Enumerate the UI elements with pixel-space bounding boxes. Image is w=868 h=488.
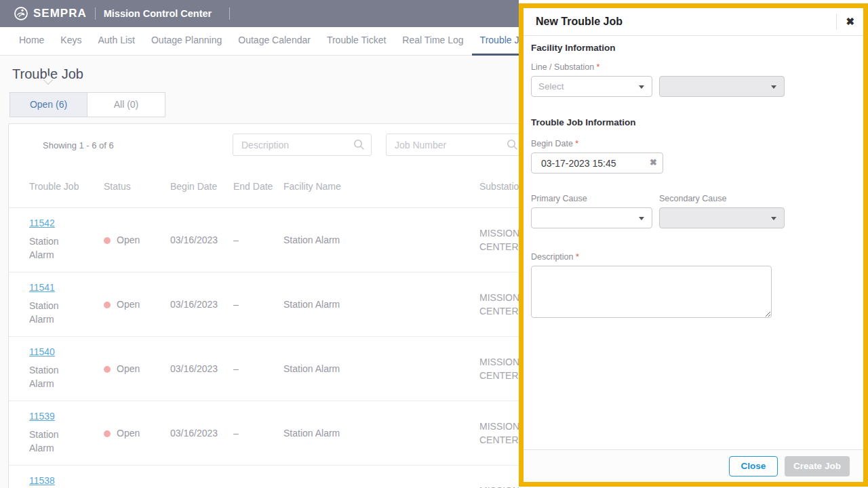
nav-item-auth-list[interactable]: Auth List [90, 27, 142, 56]
facility-section-title: Facility Information [531, 43, 855, 53]
status-label: Open [117, 428, 140, 439]
facility-name: Station Alarm [283, 428, 479, 439]
nav-item-real-time-log[interactable]: Real Time Log [394, 27, 471, 56]
sempra-logo-icon [14, 6, 28, 21]
nav-item-outage-calendar[interactable]: Outage Calendar [230, 27, 319, 56]
nav-item-keys[interactable]: Keys [52, 27, 90, 56]
status-label: Open [117, 363, 140, 374]
job-link[interactable]: 11542 [29, 218, 55, 228]
facility-name: Station Alarm [283, 363, 479, 374]
description-search [233, 134, 372, 156]
nav-item-home[interactable]: Home [11, 27, 52, 56]
job-link[interactable]: 11541 [29, 282, 55, 293]
begin-date: 03/16/2023 [170, 235, 233, 245]
nav-item-trouble-ticket[interactable]: Trouble Ticket [319, 27, 394, 56]
caret-down-icon [771, 217, 776, 220]
new-trouble-job-panel: New Trouble Job ✖ Facility Information L… [519, 3, 868, 487]
status-label: Open [117, 299, 140, 310]
description-search-input[interactable] [233, 134, 372, 156]
job-description: Station Alarm [29, 299, 70, 326]
search-icon [353, 139, 365, 150]
brand-name: SEMPRA [33, 7, 87, 20]
description-textarea[interactable] [531, 266, 772, 318]
end-date: – [233, 363, 283, 374]
facility-name: Station Alarm [283, 299, 479, 310]
begin-date: 03/16/2023 [170, 299, 233, 310]
begin-date-input[interactable] [531, 152, 663, 174]
status-label: Open [117, 235, 140, 245]
job-number-search-input[interactable] [386, 134, 525, 156]
secondary-cause-label: Secondary Cause [659, 194, 787, 203]
clear-date-icon[interactable]: ✖ [650, 157, 657, 167]
begin-date: 03/16/2023 [170, 363, 233, 374]
status-open-dot [104, 430, 111, 437]
close-button[interactable]: Close [729, 456, 778, 476]
panel-title: New Trouble Job [536, 16, 836, 28]
nav-item-outage-planning[interactable]: Outage Planning [143, 27, 230, 56]
select-placeholder: Select [538, 81, 564, 92]
job-description: Station Alarm [29, 363, 70, 390]
create-job-button[interactable]: Create Job [785, 456, 850, 476]
tab-open[interactable]: Open (6) [9, 92, 87, 117]
status-open-dot [104, 302, 111, 308]
end-date: – [233, 299, 283, 310]
close-icon[interactable]: ✖ [846, 16, 854, 28]
tab-all[interactable]: All (0) [87, 92, 165, 117]
caret-down-icon [771, 85, 776, 89]
job-number-search [386, 134, 525, 156]
description-label: Description [531, 252, 574, 262]
line-substation-select[interactable]: Select [531, 76, 652, 97]
job-link[interactable]: 11538 [29, 475, 55, 486]
end-date: – [233, 235, 283, 245]
panel-header-divider [836, 14, 837, 30]
begin-date: 03/16/2023 [170, 428, 233, 439]
required-marker: * [575, 139, 578, 148]
panel-body: Facility Information Line / Substation *… [524, 36, 863, 321]
search-icon [507, 139, 518, 150]
col-end-date: End Date [233, 180, 283, 193]
col-begin-date: Begin Date [170, 180, 233, 193]
job-link[interactable]: 11540 [29, 346, 55, 357]
required-marker: * [576, 252, 579, 262]
product-name: Mission Control Center [104, 8, 212, 19]
required-marker: * [597, 62, 600, 72]
panel-footer: Close Create Job [524, 449, 863, 482]
secondary-cause-select[interactable] [659, 207, 785, 228]
col-status: Status [104, 180, 170, 193]
header-divider [229, 7, 230, 20]
sempra-logo: SEMPRA [14, 6, 87, 21]
primary-cause-select[interactable] [531, 207, 652, 228]
caret-down-icon [639, 85, 644, 89]
job-link[interactable]: 11539 [29, 411, 55, 422]
job-section-title: Trouble Job Information [531, 117, 855, 127]
status-open-dot [104, 366, 111, 373]
panel-header: New Trouble Job ✖ [524, 8, 863, 36]
line-substation-secondary-select[interactable] [659, 76, 785, 97]
line-substation-label: Line / Substation [531, 62, 594, 72]
job-description: Station Alarm [29, 428, 70, 455]
new-trouble-job-overlay: New Trouble Job ✖ Facility Information L… [519, 0, 868, 488]
begin-date-label: Begin Date [531, 139, 573, 148]
col-trouble-job: Trouble Job [9, 180, 104, 193]
primary-cause-label: Primary Cause [531, 194, 659, 203]
caret-down-icon [639, 217, 644, 220]
col-facility-name: Facility Name [283, 180, 479, 193]
end-date: – [233, 428, 283, 439]
facility-name: Station Alarm [283, 235, 479, 245]
job-description: Station Alarm [29, 235, 70, 262]
status-open-dot [104, 237, 111, 244]
result-count: Showing 1 - 6 of 6 [43, 140, 114, 150]
header-divider [95, 7, 96, 20]
